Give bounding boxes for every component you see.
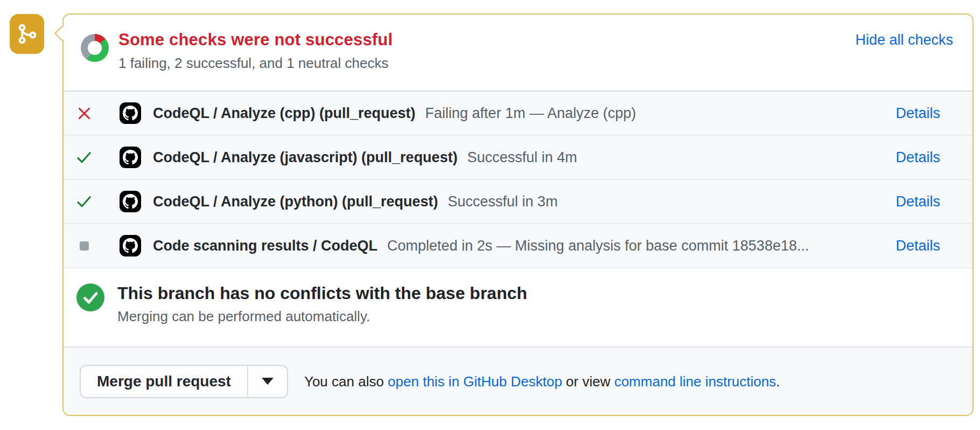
github-desktop-link[interactable]: open this in GitHub Desktop [388,373,562,390]
check-details-link[interactable]: Details [885,149,940,166]
github-octocat-icon [123,106,138,121]
status-failing [76,106,92,121]
github-actions-avatar [120,147,141,168]
status-success [76,151,92,164]
check-circle-icon [76,283,104,311]
merge-status-text: This branch has no conflicts with the ba… [117,283,527,324]
check-description: Failing after 1m — Analyze (cpp) [425,105,636,122]
check-name: Code scanning results / CodeQL [153,238,377,254]
merge-status-subtitle: Merging can be performed automatically. [117,308,527,324]
git-merge-icon [15,22,39,46]
check-row-codeql-javascript: CodeQL / Analyze (javascript) (pull_requ… [64,136,972,180]
merge-alternatives-text: You can also open this in GitHub Desktop… [304,373,780,390]
github-octocat-icon [123,238,138,253]
hide-all-checks-link[interactable]: Hide all checks [855,31,953,49]
checks-donut [81,34,109,62]
merge-timeline-badge [10,14,44,54]
merge-button-group: Merge pull request [80,365,288,398]
merge-action-bar: Merge pull request You can also open thi… [64,348,972,415]
checks-list: CodeQL / Analyze (cpp) (pull_request) Fa… [64,92,972,268]
alt-suffix-text: . [776,373,780,390]
alt-prefix-text: You can also [304,373,388,390]
check-details-link[interactable]: Details [885,193,940,210]
checks-status-title: Some checks were not successful [118,31,393,49]
check-details-link[interactable]: Details [885,238,940,254]
github-octocat-icon [123,150,138,165]
merge-status-title: This branch has no conflicts with the ba… [117,283,527,303]
check-row-code-scanning: Code scanning results / CodeQL Completed… [64,224,972,268]
merge-status-section: This branch has no conflicts with the ba… [64,268,972,348]
checks-status-summary: 1 failing, 2 successful, and 1 neutral c… [118,55,393,71]
merge-pull-request-button[interactable]: Merge pull request [81,366,248,397]
square-fill-icon [80,241,89,251]
status-neutral [76,241,92,251]
check-description: Successful in 4m [467,149,577,166]
github-actions-avatar [120,235,141,256]
merge-options-dropdown-button[interactable] [248,366,287,397]
check-icon [76,195,92,209]
check-row-codeql-cpp: CodeQL / Analyze (cpp) (pull_request) Fa… [64,92,972,136]
checks-header-text: Some checks were not successful 1 failin… [118,31,393,71]
check-name: CodeQL / Analyze (javascript) (pull_requ… [153,149,458,166]
check-row-codeql-python: CodeQL / Analyze (python) (pull_request)… [64,180,972,224]
checks-header: Some checks were not successful 1 failin… [64,15,972,92]
check-name: CodeQL / Analyze (cpp) (pull_request) [153,105,416,122]
merge-box: Some checks were not successful 1 failin… [62,13,974,416]
check-icon [76,151,92,164]
github-actions-avatar [120,102,141,124]
check-glyph [76,283,104,311]
status-success [76,195,92,209]
github-octocat-icon [123,194,138,209]
check-description: Successful in 3m [448,193,558,210]
command-line-instructions-link[interactable]: command line instructions [614,373,776,390]
check-details-link[interactable]: Details [885,105,940,122]
alt-middle-text: or view [562,373,614,390]
github-actions-avatar [120,191,141,212]
check-name: CodeQL / Analyze (python) (pull_request) [153,193,438,210]
caret-down-icon [262,378,274,385]
check-description: Completed in 2s — Missing analysis for b… [387,238,809,254]
x-icon [77,106,92,121]
